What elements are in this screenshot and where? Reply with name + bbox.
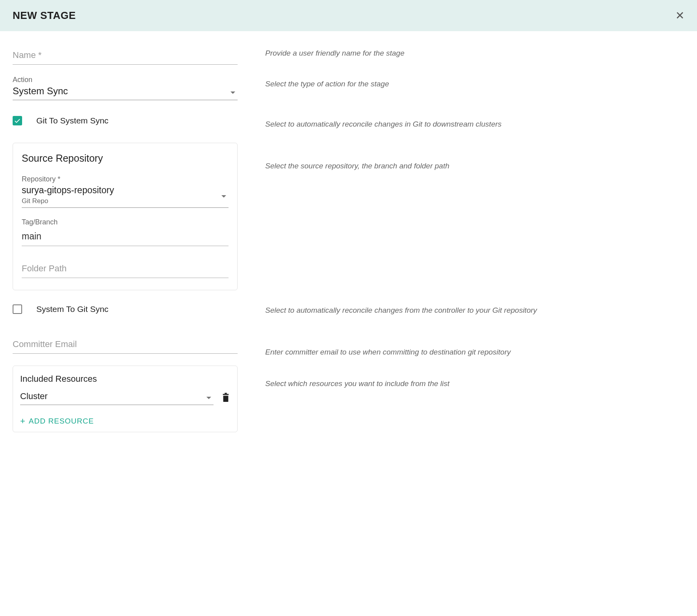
repository-select[interactable]: surya-gitops-repository Git Repo: [22, 185, 229, 208]
git-to-system-help: Select to automatically reconcile change…: [265, 119, 684, 139]
included-resources-title: Included Resources: [20, 374, 230, 384]
committer-email-field: [13, 336, 238, 354]
included-resources-card: Included Resources Cluster + ADD RESOURC…: [13, 366, 238, 432]
repository-label: Repository *: [22, 175, 229, 183]
name-help: Provide a user friendly name for the sta…: [265, 48, 684, 63]
action-value: System Sync: [13, 86, 238, 97]
close-icon[interactable]: ✕: [675, 10, 684, 21]
dialog-title: NEW STAGE: [13, 9, 76, 22]
action-select[interactable]: System Sync: [13, 86, 238, 100]
git-to-system-row: Git To System Sync: [13, 116, 238, 125]
add-resource-label: ADD RESOURCE: [29, 417, 94, 426]
tag-branch-label: Tag/Branch: [22, 218, 229, 226]
action-field-group: Action System Sync: [13, 76, 238, 100]
source-repository-title: Source Repository: [22, 153, 229, 164]
chevron-down-icon: [206, 397, 211, 399]
check-icon: [14, 117, 21, 124]
folder-path-field: [22, 260, 229, 278]
name-field-group: [13, 47, 238, 65]
source-repo-help: Select the source repository, the branch…: [265, 161, 684, 297]
committer-email-input[interactable]: [13, 336, 238, 354]
resource-select[interactable]: Cluster: [20, 391, 214, 405]
delete-resource-button[interactable]: [221, 392, 230, 404]
svg-rect-1: [223, 396, 229, 402]
form-column: Action System Sync Git To System Sync So…: [13, 47, 238, 446]
plus-icon: +: [20, 416, 26, 426]
resource-value: Cluster: [20, 391, 214, 401]
repository-sub: Git Repo: [22, 197, 229, 205]
tag-branch-field: Tag/Branch: [22, 218, 229, 246]
committer-email-help: Enter committer email to use when commit…: [265, 347, 684, 367]
system-to-git-help: Select to automatically reconcile change…: [265, 305, 684, 336]
repository-field: Repository * surya-gitops-repository Git…: [22, 175, 229, 208]
dialog-content: Action System Sync Git To System Sync So…: [0, 31, 697, 454]
chevron-down-icon: [230, 91, 235, 94]
dialog-header: NEW STAGE ✕: [0, 0, 697, 31]
system-to-git-label: System To Git Sync: [36, 304, 109, 314]
action-help: Select the type of action for the stage: [265, 78, 684, 108]
add-resource-button[interactable]: + ADD RESOURCE: [20, 416, 230, 426]
system-to-git-checkbox[interactable]: [13, 304, 22, 314]
repository-value: surya-gitops-repository: [22, 185, 229, 196]
resource-row: Cluster: [20, 391, 230, 405]
source-repository-card: Source Repository Repository * surya-git…: [13, 143, 238, 290]
folder-path-input[interactable]: [22, 260, 229, 278]
tag-branch-input[interactable]: [22, 228, 229, 246]
name-input[interactable]: [13, 47, 238, 65]
help-column: Provide a user friendly name for the sta…: [265, 47, 684, 446]
system-to-git-row: System To Git Sync: [13, 304, 238, 314]
git-to-system-label: Git To System Sync: [36, 116, 109, 125]
action-label: Action: [13, 76, 238, 84]
git-to-system-checkbox[interactable]: [13, 116, 22, 125]
trash-icon: [221, 392, 230, 403]
svg-rect-2: [225, 393, 227, 394]
included-resources-help: Select which resources you want to inclu…: [265, 378, 684, 390]
chevron-down-icon: [221, 195, 226, 198]
svg-rect-0: [223, 394, 229, 395]
